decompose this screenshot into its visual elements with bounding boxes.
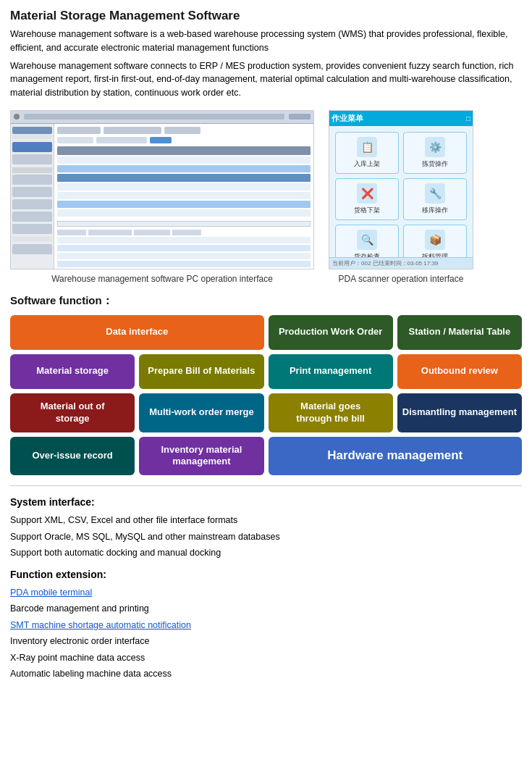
pda-cell-label-1: 拣货操作	[422, 159, 448, 169]
system-interface-list: Support XML, CSV, Excel and other file i…	[10, 512, 522, 561]
function-extension-item-0: PDA mobile terminal	[10, 585, 522, 601]
pda-cell-label-3: 移库操作	[422, 206, 448, 215]
pda-cell-icon-2: ❌	[357, 183, 377, 204]
function-button-r3b0[interactable]: Over-issue record	[10, 437, 135, 476]
intro-paragraph-2: Warehouse management software connects t…	[10, 59, 522, 100]
function-button-r3b2[interactable]: Hardware management	[269, 437, 523, 476]
system-interface-item-1: Support Oracle, MS SQL, MySQL and other …	[10, 529, 522, 545]
pda-cell-3: 🔧移库操作	[403, 178, 467, 220]
pda-cell-0: 📋入库上架	[335, 132, 399, 174]
function-extension-item-4: X-Ray point machine data access	[10, 650, 522, 666]
function-button-r1b0[interactable]: Material storage	[10, 354, 135, 389]
intro-paragraph-1: Warehouse management software is a web-b…	[10, 28, 522, 55]
pda-screenshot-caption: PDA scanner operation interface	[339, 274, 464, 284]
function-button-r1b1[interactable]: Prepare Bill of Materials	[139, 354, 263, 389]
screenshots-row: Warehouse management software PC operati…	[10, 110, 522, 284]
system-interface-title: System interface:	[10, 496, 522, 508]
pc-screenshot-image	[10, 110, 314, 269]
pda-screenshot-image: 作业菜单 □ 📋入库上架⚙️拣货操作❌货格下架🔧移库操作🔍货存检查📦拆料管理📡远…	[329, 110, 473, 269]
pda-cell-icon-3: 🔧	[425, 183, 445, 204]
system-interface-item-2: Support both automatic docking and manua…	[10, 545, 522, 561]
pda-cell-label-0: 入库上架	[354, 159, 380, 169]
pda-menu-title: 作业菜单	[332, 113, 363, 124]
pda-cell-icon-1: ⚙️	[425, 137, 445, 157]
pc-screenshot-block: Warehouse management software PC operati…	[10, 110, 314, 284]
function-button-r2b0[interactable]: Material out of storage	[10, 393, 135, 432]
system-interface-section: System interface: Support XML, CSV, Exce…	[10, 496, 522, 561]
function-button-r0b0[interactable]: Data interface	[10, 315, 264, 350]
pc-screenshot-caption: Warehouse management software PC operati…	[51, 274, 273, 284]
function-extension-item-5: Automatic labeling machine data access	[10, 666, 522, 682]
system-interface-item-0: Support XML, CSV, Excel and other file i…	[10, 512, 522, 529]
pda-user-info: 当前用户：002 已结束时间：03-05 17:39	[329, 257, 473, 269]
function-button-r1b3[interactable]: Outbound review	[397, 354, 522, 389]
function-extension-link-0[interactable]: PDA mobile terminal	[10, 587, 92, 598]
function-button-r3b1[interactable]: Inventory material management	[139, 437, 263, 476]
function-extension-item-3: Inventory electronic order interface	[10, 633, 522, 650]
page-title: Material Storage Management Software	[10, 9, 522, 23]
function-button-r0b2[interactable]: Station / Material Table	[397, 315, 522, 350]
function-button-r2b3[interactable]: Dismantling management	[397, 393, 522, 432]
pda-cell-icon-5: 📦	[425, 230, 445, 250]
functions-grid: Data interfaceProduction Work OrderStati…	[10, 315, 522, 476]
function-button-r1b2[interactable]: Print management	[269, 354, 393, 389]
function-extension-item-1: Barcode management and printing	[10, 601, 522, 617]
pda-cell-label-2: 货格下架	[354, 206, 380, 215]
function-button-r0b1[interactable]: Production Work Order	[269, 315, 393, 350]
function-extension-link-2[interactable]: SMT machine shortage automatic notificat…	[10, 620, 191, 630]
function-button-r2b2[interactable]: Material goes through the bill	[269, 393, 393, 432]
pda-cell-1: ⚙️拣货操作	[403, 132, 467, 174]
pda-screenshot-block: 作业菜单 □ 📋入库上架⚙️拣货操作❌货格下架🔧移库操作🔍货存检查📦拆料管理📡远…	[329, 110, 473, 284]
function-extension-section: Function extension: PDA mobile terminalB…	[10, 569, 522, 682]
pda-cell-icon-0: 📋	[357, 137, 377, 157]
pda-cell-icon-4: 🔍	[357, 230, 377, 250]
function-extension-item-2: SMT machine shortage automatic notificat…	[10, 617, 522, 634]
function-extension-title: Function extension:	[10, 569, 522, 580]
software-function-title: Software function：	[10, 294, 522, 308]
function-extension-list: PDA mobile terminalBarcode management an…	[10, 585, 522, 682]
function-button-r2b1[interactable]: Multi-work order merge	[139, 393, 263, 432]
pda-cell-2: ❌货格下架	[335, 178, 399, 220]
